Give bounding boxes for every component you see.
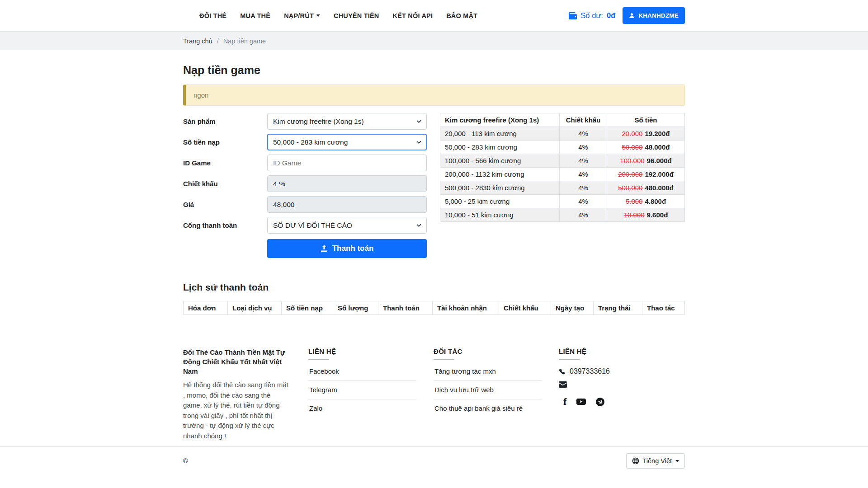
price-table-header-row: Kim cương freefire (Xong 1s) Chiết khấu …	[440, 113, 685, 127]
footer-link[interactable]: Cho thuê api bank giá siêu rẻ	[434, 399, 542, 418]
language-label: Tiếng Việt	[643, 457, 672, 465]
upload-icon	[321, 245, 328, 252]
footer-about-text: Hệ thống đổi thẻ cào sang tiền mặt , mom…	[183, 380, 291, 441]
footer-contact-heading: LIÊN HỆ	[308, 347, 416, 360]
youtube-icon[interactable]	[576, 398, 586, 405]
pay-button-label: Thanh toán	[332, 244, 374, 253]
price-row-discount: 4%	[560, 154, 607, 168]
price-row-amount: 10.0009.600đ	[607, 208, 685, 222]
price-row: 10,000 - 51 kim cương4%10.0009.600đ	[440, 208, 685, 222]
price-row-discount: 4%	[560, 168, 607, 181]
nav-item-2[interactable]: NẠP/RÚT	[284, 12, 320, 19]
price-row: 200,000 - 1132 kim cương4%200.000192.000…	[440, 168, 685, 181]
price-row-product: 20,000 - 113 kim cương	[440, 127, 560, 141]
user-account-button[interactable]: KHANHDZME	[623, 7, 685, 24]
price-row-product: 10,000 - 51 kim cương	[440, 208, 560, 222]
history-header-cell: Loại dịch vụ	[228, 301, 282, 315]
discount-label: Chiết khấu	[183, 180, 267, 188]
price-label: Giá	[183, 201, 267, 208]
telegram-icon[interactable]	[596, 398, 604, 406]
discount-field	[267, 175, 427, 192]
topup-form: Sản phẩm Kim cương freefire (Xong 1s) Số…	[183, 113, 427, 262]
breadcrumb-home-link[interactable]: Trang chủ	[183, 38, 212, 45]
history-header-cell: Số lượng	[333, 301, 378, 315]
new-price: 96.000đ	[647, 157, 672, 164]
pay-button[interactable]: Thanh toán	[267, 239, 427, 258]
old-price: 5.000	[626, 197, 643, 205]
footer-about: Đổi Thẻ Cào Thành Tiền Mặt Tự Động Chiết…	[183, 347, 308, 441]
history-title: Lịch sử thanh toán	[183, 282, 685, 293]
footer-contact2-heading: LIÊN HỆ	[559, 347, 684, 360]
username-label: KHANHDZME	[638, 12, 679, 19]
product-select[interactable]: Kim cương freefire (Xong 1s)	[267, 113, 427, 130]
old-price: 500.000	[618, 184, 642, 192]
social-icons: f	[559, 397, 684, 407]
price-row-amount: 50.00048.000đ	[607, 141, 685, 154]
nav-item-label: ĐỔI THẺ	[199, 12, 226, 19]
new-price: 4.800đ	[645, 197, 666, 205]
price-row-product: 50,000 - 283 kim cương	[440, 141, 560, 154]
footer-link[interactable]: Telegram	[308, 381, 416, 399]
balance-value: 0đ	[607, 11, 615, 20]
footer-link[interactable]: Facebook	[308, 362, 416, 381]
old-price: 50.000	[622, 143, 643, 151]
price-row: 20,000 - 113 kim cương4%20.00019.200đ	[440, 127, 685, 141]
email-link[interactable]	[559, 381, 684, 388]
page: ĐỔI THẺMUA THẺNẠP/RÚTCHUYỂN TIỀNKẾT NỐI …	[0, 0, 868, 475]
new-price: 19.200đ	[645, 130, 670, 137]
price-row-amount: 5.0004.800đ	[607, 195, 685, 208]
nav-item-label: CHUYỂN TIỀN	[334, 12, 379, 19]
nav-item-3[interactable]: CHUYỂN TIỀN	[334, 12, 379, 19]
gateway-label: Cổng thanh toán	[183, 221, 267, 229]
alert-text: ngon	[193, 91, 208, 99]
price-row-product: 100,000 - 566 kim cương	[440, 154, 560, 168]
history-header-cell: Thanh toán	[378, 301, 433, 315]
old-price: 200.000	[618, 170, 642, 178]
footer-bottom-bar: © Tiếng Việt	[0, 446, 868, 475]
history-header-cell: Số tiền nạp	[282, 301, 333, 315]
breadcrumb-current: Nạp tiền game	[223, 38, 266, 45]
nav-item-4[interactable]: KẾT NỐI API	[392, 12, 433, 19]
new-price: 480.000đ	[645, 184, 673, 192]
id-game-input[interactable]	[267, 155, 427, 171]
nav-item-label: MUA THẺ	[240, 12, 270, 19]
price-row: 500,000 - 2830 kim cương4%500.000480.000…	[440, 181, 685, 195]
footer-link[interactable]: Dịch vụ lưu trữ web	[434, 381, 542, 399]
phone-link[interactable]: 0397333616	[559, 367, 684, 375]
footer-contact-links: LIÊN HỆ FacebookTelegramZalo	[308, 347, 434, 441]
nav-item-label: NẠP/RÚT	[284, 12, 314, 19]
caret-down-icon	[675, 460, 679, 462]
new-price: 9.600đ	[647, 211, 668, 219]
facebook-icon[interactable]: f	[563, 397, 566, 407]
nav-item-label: KẾT NỐI API	[392, 12, 433, 19]
history-table: Hóa đơnLoại dịch vụSố tiền nạpSố lượngTh…	[183, 301, 685, 315]
footer-link[interactable]: Zalo	[308, 399, 416, 418]
nav-right: Số dư: 0đ KHANHDZME	[569, 7, 685, 24]
wallet-icon	[569, 12, 577, 19]
price-row-product: 200,000 - 1132 kim cương	[440, 168, 560, 181]
top-navbar: ĐỔI THẺMUA THẺNẠP/RÚTCHUYỂN TIỀNKẾT NỐI …	[0, 0, 868, 32]
id-game-label: ID Game	[183, 159, 267, 167]
nav-item-0[interactable]: ĐỔI THẺ	[199, 12, 226, 19]
nav-links: ĐỔI THẺMUA THẺNẠP/RÚTCHUYỂN TIỀNKẾT NỐI …	[183, 12, 477, 19]
price-row-product: 500,000 - 2830 kim cương	[440, 181, 560, 195]
language-selector[interactable]: Tiếng Việt	[626, 453, 685, 469]
caret-down-icon	[316, 14, 320, 17]
nav-item-1[interactable]: MUA THẺ	[240, 12, 270, 19]
wallet-balance[interactable]: Số dư: 0đ	[569, 11, 615, 20]
new-price: 48.000đ	[645, 143, 670, 151]
price-row: 5,000 - 25 kim cương4%5.0004.800đ	[440, 195, 685, 208]
price-row-amount: 200.000192.000đ	[607, 168, 685, 181]
footer-link[interactable]: Tăng tương tác mxh	[434, 362, 542, 381]
envelope-icon	[559, 381, 567, 389]
amount-select[interactable]: 50,000 - 283 kim cương	[267, 134, 427, 150]
balance-label: Số dư:	[580, 11, 603, 20]
product-select-wrap: Kim cương freefire (Xong 1s)	[267, 113, 427, 130]
old-price: 100.000	[620, 157, 644, 164]
price-header-discount: Chiết khấu	[560, 113, 607, 127]
breadcrumb-separator: /	[217, 38, 219, 45]
price-row-amount: 100.00096.000đ	[607, 154, 685, 168]
gateway-select[interactable]: SỐ DƯ VÍ ĐỔI THẺ CÀO	[267, 217, 427, 234]
price-row-discount: 4%	[560, 208, 607, 222]
nav-item-5[interactable]: BẢO MẬT	[446, 12, 477, 19]
